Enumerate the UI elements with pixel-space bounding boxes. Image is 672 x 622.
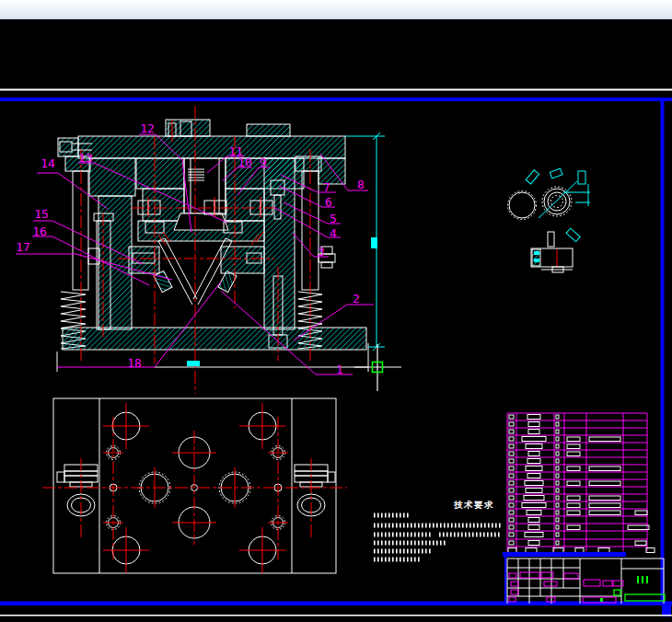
callout-label-4: 4 xyxy=(330,227,337,239)
crosshair-cursor xyxy=(354,344,401,391)
callout-label-9: 9 xyxy=(260,156,267,168)
callout-label-13: 13 xyxy=(78,152,93,164)
callout-label-14: 14 xyxy=(41,157,55,169)
cad-drawing-canvas[interactable] xyxy=(0,0,672,622)
callout-label-12: 12 xyxy=(140,122,155,134)
tech-requirements-text-lines xyxy=(374,515,503,559)
callout-label-18: 18 xyxy=(127,357,142,369)
callout-label-2: 2 xyxy=(353,293,360,305)
callout-label-1: 1 xyxy=(336,363,343,375)
callout-label-15: 15 xyxy=(34,208,49,220)
callout-label-3: 3 xyxy=(318,246,325,258)
tech-requirements-title: 技术要求 xyxy=(454,500,494,512)
callout-label-5: 5 xyxy=(330,213,337,225)
callout-label-7: 7 xyxy=(323,181,330,193)
callout-label-17: 17 xyxy=(16,241,30,253)
plan-centerlines xyxy=(42,403,347,573)
callout-label-11: 11 xyxy=(228,145,243,157)
callout-label-16: 16 xyxy=(32,225,47,237)
cad-application-window: 1 2 3 4 5 6 7 8 9 10 11 12 13 14 15 16 1… xyxy=(0,0,672,622)
detail-views xyxy=(508,168,591,272)
callout-label-6: 6 xyxy=(325,196,332,208)
callout-label-8: 8 xyxy=(357,179,365,190)
title-block xyxy=(507,559,665,604)
